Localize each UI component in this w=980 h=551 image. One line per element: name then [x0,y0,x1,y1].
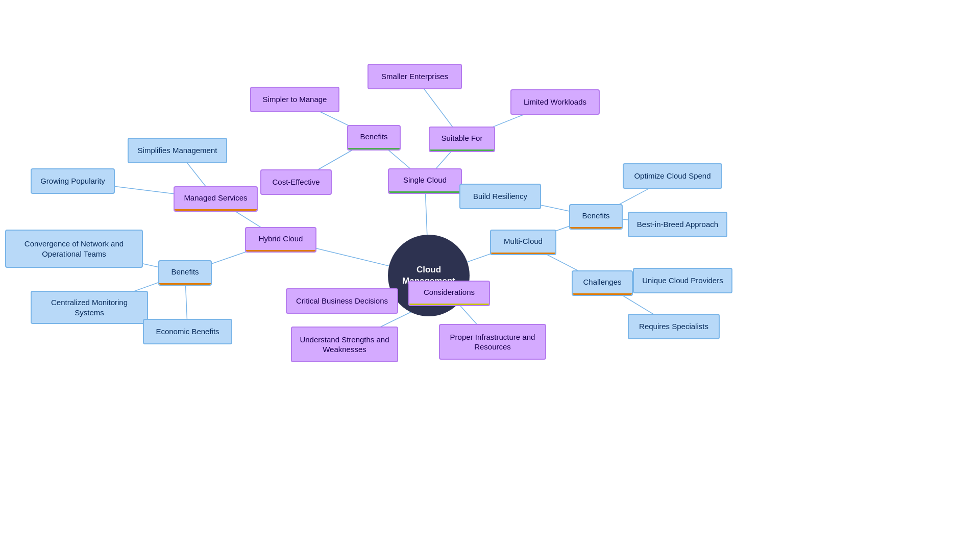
mindmap-container: Cloud ManagementHybrid CloudManaged Serv… [0,0,980,551]
node-considerations[interactable]: Considerations [408,281,490,306]
node-simpler-to-manage[interactable]: Simpler to Manage [250,87,339,112]
node-best-in-breed[interactable]: Best-in-Breed Approach [628,212,727,237]
node-unique-cloud[interactable]: Unique Cloud Providers [633,268,732,293]
node-critical-business[interactable]: Critical Business Decisions [286,288,398,314]
connections-svg [0,0,980,551]
node-limited-workloads[interactable]: Limited Workloads [510,89,600,115]
node-proper-infrastructure[interactable]: Proper Infrastructure and Resources [439,324,546,360]
node-build-resiliency[interactable]: Build Resiliency [459,184,541,209]
node-benefits-multi[interactable]: Benefits [569,204,623,230]
node-smaller-enterprises[interactable]: Smaller Enterprises [368,64,462,89]
node-multi-cloud[interactable]: Multi-Cloud [490,230,556,255]
node-optimize-cloud[interactable]: Optimize Cloud Spend [623,163,722,189]
node-centralized[interactable]: Centralized Monitoring Systems [31,291,148,324]
node-suitable-for[interactable]: Suitable For [429,127,495,152]
node-requires-specialists[interactable]: Requires Specialists [628,314,720,339]
node-single-cloud[interactable]: Single Cloud [388,168,462,194]
node-understand-strengths[interactable]: Understand Strengths and Weaknesses [291,327,398,362]
node-convergence[interactable]: Convergence of Network and Operational T… [5,230,143,268]
node-simplifies-management[interactable]: Simplifies Management [128,138,227,163]
node-challenges-multi[interactable]: Challenges [572,270,633,296]
node-managed-services[interactable]: Managed Services [174,186,258,212]
node-hybrid-cloud[interactable]: Hybrid Cloud [245,227,316,253]
node-benefits-left[interactable]: Benefits [158,260,212,286]
node-cost-effective[interactable]: Cost-Effective [260,169,332,195]
node-economic-benefits[interactable]: Economic Benefits [143,319,232,344]
node-growing-popularity[interactable]: Growing Popularity [31,168,115,194]
node-benefits-single[interactable]: Benefits [347,125,401,151]
